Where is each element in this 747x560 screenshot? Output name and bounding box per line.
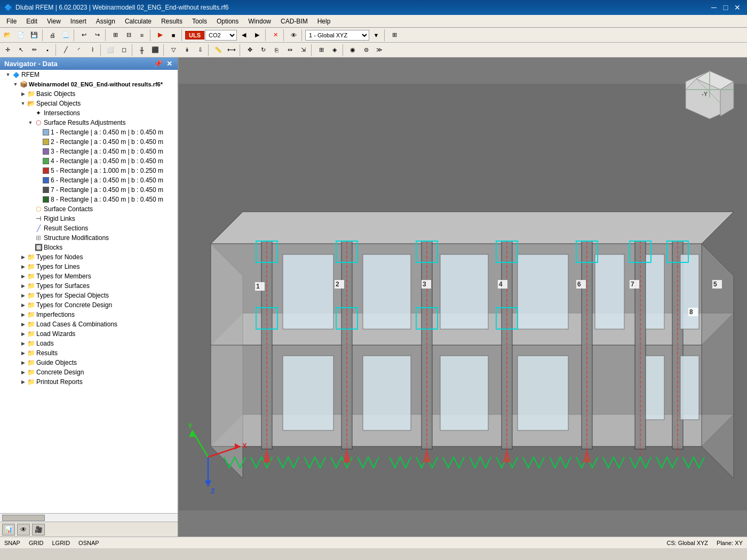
coord-dropdown-btn[interactable]: ▼ (370, 29, 383, 42)
tb-btn-print[interactable]: 🖨 (46, 29, 59, 42)
tree-item-rect8[interactable]: 8 - Rectangle | a : 0.450 m | b : 0.450 … (0, 195, 178, 204)
tree-item-printout-reports[interactable]: ▶ 📁 Printout Reports (0, 377, 178, 387)
menu-item-help[interactable]: Help (313, 15, 335, 27)
tb2-filter[interactable]: ⊜ (360, 44, 372, 57)
tree-item-intersections[interactable]: ✦ Intersections (0, 108, 178, 118)
tree-item-structure-mods[interactable]: ⊞ Structure Modifications (0, 233, 178, 243)
minimize-button[interactable]: ─ (709, 2, 719, 13)
tree-item-model[interactable]: ▼ 📦 Webinarmodel 02_ENG_End-without resu… (0, 79, 178, 89)
tree-item-rect4[interactable]: 4 - Rectangle | a : 0.450 m | b : 0.450 … (0, 156, 178, 166)
prev-load-btn[interactable]: ◀ (237, 29, 250, 42)
nav-close-btn[interactable]: ✕ (165, 60, 173, 68)
nav-display-btn[interactable]: 👁 (17, 524, 30, 535)
tb2-solid[interactable]: ⬛ (149, 44, 162, 57)
tree-item-types-members[interactable]: ▶ 📁 Types for Members (0, 271, 178, 281)
tb2-dimension[interactable]: ⟷ (225, 44, 238, 57)
tb-btn-1[interactable]: 📂 (1, 29, 14, 42)
tb2-support[interactable]: ▽ (167, 44, 180, 57)
menu-item-cadbim[interactable]: CAD-BIM (276, 15, 312, 27)
tree-item-types-concrete[interactable]: ▶ 📁 Types for Concrete Design (0, 300, 178, 310)
tree-item-rect5[interactable]: 5 - Rectangle | a : 1.000 m | b : 0.250 … (0, 166, 178, 175)
tree-item-rigid-links[interactable]: ⊣ Rigid Links (0, 214, 178, 223)
menu-item-assign[interactable]: Assign (92, 15, 120, 27)
tree-item-special-objects[interactable]: ▼ 📂 Special Objects (0, 99, 178, 108)
tb-btn-table[interactable]: ⊞ (109, 29, 122, 42)
tb2-load[interactable]: ↡ (180, 44, 193, 57)
tree-item-concrete-design[interactable]: ▶ 📁 Concrete Design (0, 367, 178, 377)
menu-item-window[interactable]: Window (244, 15, 275, 27)
nav-scrollbar-thumb[interactable] (2, 515, 45, 521)
tree-item-rect1[interactable]: 1 - Rectangle | a : 0.450 m | b : 0.450 … (0, 127, 178, 137)
tb-btn-run[interactable]: ▶ (154, 29, 166, 42)
tree-item-results[interactable]: ▶ 📁 Results (0, 348, 178, 358)
tree-item-load-wizards[interactable]: ▶ 📁 Load Wizards (0, 329, 178, 339)
tb2-copy[interactable]: ⎘ (270, 44, 283, 57)
tb2-load2[interactable]: ⇩ (194, 44, 206, 57)
tb-btn-save[interactable]: 💾 (28, 29, 41, 42)
tree-item-blocks[interactable]: 🔲 Blocks (0, 243, 178, 252)
tree-item-guide-objects[interactable]: ▶ 📁 Guide Objects (0, 358, 178, 367)
tb-btn-x[interactable]: ✕ (269, 29, 282, 42)
nav-horizontal-scrollbar[interactable] (0, 513, 178, 522)
tb2-cursor[interactable]: ✛ (1, 44, 14, 57)
tree-item-loads[interactable]: ▶ 📁 Loads (0, 339, 178, 348)
menu-item-tools[interactable]: Tools (188, 15, 211, 27)
tree-item-rect2[interactable]: 2 - Rectangle | a : 0.450 m | b : 0.450 … (0, 137, 178, 147)
menu-item-calculate[interactable]: Calculate (121, 15, 156, 27)
tree-item-result-sections[interactable]: ╱ Result Sections (0, 223, 178, 233)
next-load-btn[interactable]: ▶ (251, 29, 264, 42)
close-button[interactable]: ✕ (732, 2, 743, 13)
tb2-mirror[interactable]: ⇔ (283, 44, 296, 57)
menu-item-results[interactable]: Results (157, 15, 187, 27)
tb2-visibility[interactable]: ◉ (346, 44, 359, 57)
tree-item-types-nodes[interactable]: ▶ 📁 Types for Nodes (0, 252, 178, 262)
tb-btn-table3[interactable]: ≡ (136, 29, 148, 42)
nav-pin-btn[interactable]: 📌 (153, 60, 163, 68)
tree-item-surface-contacts[interactable]: ⬡ Surface Contacts (0, 204, 178, 214)
tb2-measure[interactable]: 📏 (212, 44, 225, 57)
tb2-line[interactable]: ╱ (59, 44, 72, 57)
menu-item-edit[interactable]: Edit (22, 15, 42, 27)
tb2-draw[interactable]: ✏ (28, 44, 41, 57)
viewport-3d[interactable]: 1 2 3 4 5 6 7 8 (179, 58, 747, 537)
tb2-move[interactable]: ✥ (243, 44, 256, 57)
tb-btn-stop[interactable]: ■ (167, 29, 180, 42)
menu-item-options[interactable]: Options (212, 15, 243, 27)
coord-system-combo[interactable]: 1 - Global XYZ (305, 30, 369, 41)
tb-btn-new[interactable]: 📄 (14, 29, 27, 42)
tree-item-imperfections[interactable]: ▶ 📁 Imperfections (0, 310, 178, 319)
menu-item-view[interactable]: View (43, 15, 65, 27)
tb2-surface[interactable]: ⬜ (104, 44, 117, 57)
tree-item-types-lines[interactable]: ▶ 📁 Types for Lines (0, 262, 178, 271)
tree-item-rfem[interactable]: ▼ 🔷 RFEM (0, 70, 178, 79)
tree-item-types-special[interactable]: ▶ 📁 Types for Special Objects (0, 291, 178, 300)
tb-btn-grid-vis[interactable]: ⊞ (388, 29, 401, 42)
tb2-project[interactable]: ◈ (328, 44, 341, 57)
maximize-button[interactable]: □ (720, 2, 731, 13)
nav-data-btn[interactable]: 📊 (2, 524, 15, 535)
tree-item-surface-results[interactable]: ▼ ⬡ Surface Results Adjustments (0, 118, 178, 127)
tb-btn-eye[interactable]: 👁 (287, 29, 300, 42)
tree-item-rect3[interactable]: 3 - Rectangle | a : 0.450 m | b : 0.450 … (0, 147, 178, 156)
tb2-arc[interactable]: ◜ (73, 44, 85, 57)
load-combo-co2[interactable]: CO2 (205, 30, 237, 41)
tb2-array[interactable]: ⊞ (315, 44, 328, 57)
tb2-more[interactable]: ≫ (373, 44, 386, 57)
tb-btn-undo[interactable]: ↩ (77, 29, 90, 42)
tree-item-types-surfaces[interactable]: ▶ 📁 Types for Surfaces (0, 281, 178, 291)
tb2-opening[interactable]: ◻ (117, 44, 130, 57)
tb2-spline[interactable]: ⌇ (86, 44, 99, 57)
tree-item-rect7[interactable]: 7 - Rectangle | a : 0.450 m | b : 0.450 … (0, 185, 178, 195)
tb-btn-print2[interactable]: 📃 (59, 29, 72, 42)
navigation-cube[interactable]: -Y (683, 68, 736, 122)
tree-item-rect6[interactable]: 6 - Rectangle | a : 0.450 m | b : 0.450 … (0, 175, 178, 185)
tb2-node[interactable]: • (41, 44, 54, 57)
tb2-scale[interactable]: ⇲ (297, 44, 309, 57)
menu-item-insert[interactable]: Insert (66, 15, 91, 27)
tree-item-basic-objects[interactable]: ▶ 📁 Basic Objects (0, 89, 178, 99)
tb2-rotate[interactable]: ↻ (257, 44, 269, 57)
tb2-member[interactable]: ╫ (136, 44, 148, 57)
tb2-select[interactable]: ↖ (14, 44, 27, 57)
tb-btn-table2[interactable]: ⊟ (122, 29, 135, 42)
menu-item-file[interactable]: File (2, 15, 21, 27)
